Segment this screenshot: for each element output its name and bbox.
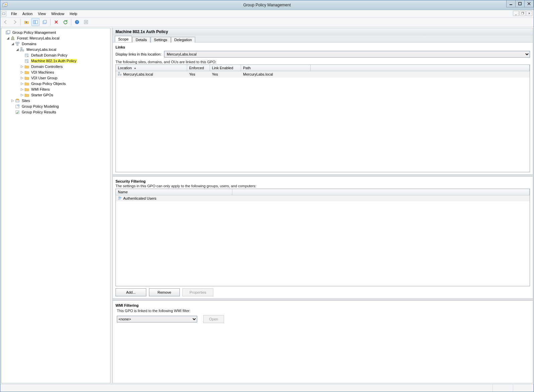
tree-root[interactable]: Group Policy Management [1, 29, 110, 35]
toolbar: ? [0, 18, 534, 27]
tree-item[interactable]: ▷VDI Machines [20, 69, 110, 75]
tree-gp-modeling[interactable]: Group Policy Modeling [11, 103, 110, 109]
tree-item[interactable]: ▷VDI User Group [20, 75, 110, 81]
security-grid[interactable]: Name Authenticated Users [116, 189, 530, 286]
mdi-controls: _ ❐ × [512, 11, 532, 16]
collapse-icon[interactable]: ◢ [6, 36, 10, 40]
links-location-select[interactable]: MercuryLabs.local [164, 51, 530, 58]
show-hide-console-tree-button[interactable] [31, 18, 40, 26]
statusbar-cell [0, 384, 493, 392]
tree-label: Sites [21, 99, 30, 103]
col-location[interactable]: Location [116, 65, 187, 71]
add-button[interactable]: Add... [116, 288, 146, 296]
system-menu-icon[interactable] [1, 11, 6, 16]
svg-rect-9 [35, 20, 37, 24]
mdi-close-button[interactable]: × [526, 11, 532, 16]
minimize-button[interactable] [506, 0, 516, 7]
svg-rect-22 [16, 42, 17, 43]
tree-item[interactable]: ▷WMI Filters [20, 86, 110, 92]
svg-rect-39 [120, 74, 121, 75]
expand-icon[interactable]: ▷ [11, 99, 15, 102]
properties-button[interactable]: Properties [182, 288, 213, 296]
detail-title: Machine 802.1x Auth Policy [112, 28, 533, 35]
expand-icon[interactable]: ▷ [20, 70, 24, 74]
expand-icon[interactable]: ▷ [20, 87, 24, 91]
col-enforced[interactable]: Enforced [187, 65, 210, 71]
security-row[interactable]: Authenticated Users [116, 195, 530, 201]
close-button[interactable] [524, 0, 534, 7]
tree-label: Starter GPOs [30, 93, 54, 97]
tab-settings[interactable]: Settings [151, 37, 171, 42]
svg-point-35 [18, 104, 19, 106]
refresh-button[interactable] [61, 18, 69, 26]
svg-rect-21 [7, 30, 10, 33]
ou-icon [24, 70, 29, 75]
menu-window[interactable]: Window [49, 11, 67, 17]
maximize-button[interactable] [515, 0, 525, 7]
mdi-restore-button[interactable]: ❐ [520, 11, 526, 16]
menu-view[interactable]: View [35, 11, 49, 17]
tree-item[interactable]: ▷Starter GPOs [20, 92, 110, 98]
tree-item[interactable]: Default Domain Policy [20, 52, 110, 58]
menu-help[interactable]: Help [67, 11, 80, 17]
help-button[interactable]: ? [73, 18, 81, 26]
statusbar-cell [513, 384, 534, 392]
tree-label: Group Policy Objects [30, 82, 66, 86]
svg-rect-38 [118, 74, 119, 75]
console-tree[interactable]: Group Policy Management ◢ Forest: Mercur… [1, 28, 110, 383]
delete-button[interactable] [52, 18, 60, 26]
back-button[interactable] [2, 18, 10, 26]
wmi-filter-select[interactable]: <none> [117, 316, 197, 322]
links-row[interactable]: MercuryLabs.localYesYesMercuryLabs.local [116, 71, 530, 78]
expand-icon[interactable]: ▷ [20, 82, 24, 85]
expand-icon[interactable]: ▷ [20, 76, 24, 80]
gpo-link-icon [24, 59, 29, 63]
new-window-button[interactable] [41, 18, 49, 26]
tree-item[interactable]: ▷Domain Controllers [20, 64, 110, 69]
col-name[interactable]: Name [116, 189, 232, 195]
tree-domains[interactable]: ◢ Domains [11, 41, 110, 46]
tree-domain[interactable]: ◢ MercuryLabs.local [15, 46, 110, 52]
collapse-icon[interactable]: ◢ [11, 42, 15, 45]
gpo-link-icon [24, 53, 29, 58]
svg-rect-23 [18, 42, 19, 43]
tree-sites[interactable]: ▷ Sites [11, 98, 110, 103]
svg-point-41 [120, 197, 121, 198]
wmi-open-button[interactable]: Open [203, 315, 224, 323]
tabstrip: Scope Details Settings Delegation [112, 35, 533, 42]
users-icon [118, 196, 122, 201]
ou-icon [24, 76, 29, 80]
svg-text:?: ? [76, 20, 78, 24]
svg-rect-26 [20, 50, 21, 51]
mdi-minimize-button[interactable]: _ [513, 11, 519, 16]
expand-icon[interactable]: ▷ [20, 65, 24, 68]
tree-label: Domains [21, 42, 37, 46]
tab-scope[interactable]: Scope [115, 36, 132, 42]
export-list-button[interactable] [82, 18, 90, 26]
tree-item[interactable]: ▷Group Policy Objects [20, 81, 110, 86]
svg-rect-7 [2, 13, 5, 15]
wmi-heading: WMI Filtering [116, 303, 530, 307]
container-icon [24, 87, 29, 92]
svg-rect-24 [17, 44, 18, 45]
menu-file[interactable]: File [8, 11, 20, 17]
tree-item[interactable]: Machine 802.1x Auth Policy [20, 58, 110, 64]
tree-label: Group Policy Modeling [21, 104, 60, 108]
tree-gp-results[interactable]: Group Policy Results [11, 109, 110, 115]
security-heading: Security Filtering [116, 179, 530, 183]
links-grid[interactable]: Location Enforced Link Enabled Path Merc… [116, 65, 530, 172]
col-path[interactable]: Path [241, 65, 311, 71]
expand-icon[interactable]: ▷ [20, 93, 24, 97]
up-button[interactable] [22, 18, 30, 26]
body-split: Group Policy Management ◢ Forest: Mercur… [0, 27, 534, 384]
tab-delegation[interactable]: Delegation [171, 37, 196, 42]
col-link-enabled[interactable]: Link Enabled [210, 65, 241, 71]
domain-icon [19, 47, 25, 52]
remove-button[interactable]: Remove [149, 288, 180, 296]
collapse-icon[interactable]: ◢ [15, 47, 19, 51]
tab-details[interactable]: Details [132, 37, 150, 42]
forward-button[interactable] [11, 18, 19, 26]
svg-rect-33 [16, 99, 18, 100]
tree-forest[interactable]: ◢ Forest: MercuryLabs.local [6, 35, 110, 41]
menu-action[interactable]: Action [20, 11, 35, 17]
